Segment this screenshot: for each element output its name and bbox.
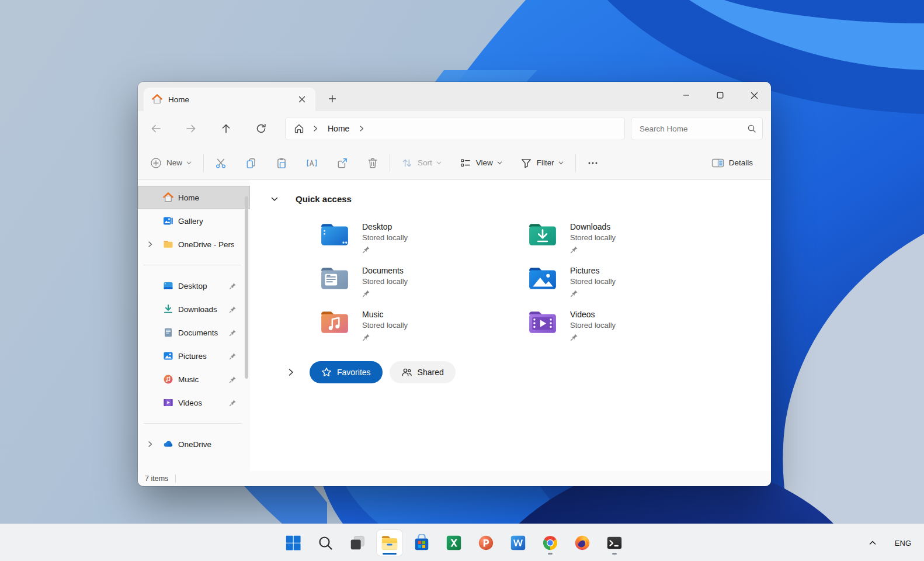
videos-folder-icon <box>528 309 557 335</box>
cut-icon <box>215 157 227 169</box>
tile-desktop[interactable]: Desktop Stored locally <box>320 221 528 265</box>
sidebar-item-onedrive[interactable]: OneDrive <box>138 432 250 456</box>
refresh-button[interactable] <box>250 118 272 139</box>
rename-button[interactable] <box>301 152 323 174</box>
pin-icon <box>229 352 237 360</box>
sidebar-item-music[interactable]: Music <box>138 368 250 391</box>
sort-button-label: Sort <box>418 158 432 167</box>
language-indicator[interactable]: ENG <box>895 539 911 548</box>
search-icon[interactable] <box>747 124 756 133</box>
search-button[interactable] <box>312 530 338 556</box>
sidebar-item-gallery[interactable]: Gallery <box>138 209 250 233</box>
explorer-tab-home[interactable]: Home <box>144 88 315 111</box>
titlebar[interactable]: Home <box>138 82 771 111</box>
filter-button-label: Filter <box>537 158 554 167</box>
sidebar-item-downloads[interactable]: Downloads <box>138 297 250 321</box>
ellipsis-icon <box>587 157 599 169</box>
copy-icon <box>245 157 257 169</box>
quick-access-header[interactable]: Quick access <box>270 194 771 204</box>
sidebar-item-videos[interactable]: Videos <box>138 391 250 414</box>
chevron-up-icon[interactable] <box>868 538 877 548</box>
delete-button[interactable] <box>362 152 384 174</box>
tile-documents[interactable]: Documents Stored locally <box>320 265 528 309</box>
sidebar-item-home[interactable]: Home <box>138 186 250 209</box>
tile-subtitle: Stored locally <box>362 233 408 243</box>
gallery-icon <box>163 216 173 226</box>
sort-button[interactable]: Sort <box>396 152 447 174</box>
maximize-button[interactable] <box>703 82 737 109</box>
sidebar-item-desktop[interactable]: Desktop <box>138 274 250 297</box>
share-button[interactable] <box>331 152 353 174</box>
home-icon <box>163 192 173 203</box>
forward-button[interactable] <box>180 118 202 139</box>
firefox-button[interactable] <box>569 530 595 556</box>
favorites-label: Favorites <box>337 368 371 377</box>
up-button[interactable] <box>215 118 237 139</box>
sidebar-scrollbar[interactable] <box>245 196 248 379</box>
pictures-folder-icon <box>528 265 557 291</box>
taskbar-right: ENG <box>868 524 924 561</box>
powerpoint-button[interactable] <box>473 530 499 556</box>
sidebar-item-label: Videos <box>178 399 202 407</box>
back-button[interactable] <box>145 118 167 139</box>
view-button-label: View <box>476 158 493 167</box>
chevron-down-icon <box>186 160 192 166</box>
minimize-button[interactable] <box>669 82 703 109</box>
chevron-down-icon[interactable] <box>270 195 279 204</box>
tile-pictures[interactable]: Pictures Stored locally <box>528 265 736 309</box>
start-button[interactable] <box>280 530 306 556</box>
shared-tab[interactable]: Shared <box>390 361 456 383</box>
toolbar-divider <box>575 154 576 172</box>
details-button[interactable]: Details <box>706 152 762 174</box>
close-window-button[interactable] <box>737 82 771 109</box>
pictures-icon <box>163 351 173 361</box>
powerpoint-icon <box>477 534 495 552</box>
arrow-right-icon <box>185 123 197 134</box>
excel-icon <box>445 534 463 552</box>
new-tab-button[interactable] <box>324 91 341 107</box>
tile-downloads[interactable]: Downloads Stored locally <box>528 221 736 265</box>
plus-circle-icon <box>150 157 162 169</box>
task-view-button[interactable] <box>345 530 370 556</box>
sidebar-item-documents[interactable]: Documents <box>138 321 250 344</box>
pin-icon <box>362 333 370 341</box>
search-box[interactable] <box>631 117 763 140</box>
breadcrumb-item-home[interactable]: Home <box>328 124 349 133</box>
sidebar-item-onedrive-personal[interactable]: OneDrive - Perso <box>138 233 250 256</box>
desktop-icon <box>163 280 173 291</box>
firefox-icon <box>574 534 591 552</box>
copy-button[interactable] <box>240 152 262 174</box>
tile-videos[interactable]: Videos Stored locally <box>528 309 736 353</box>
cut-button[interactable] <box>210 152 232 174</box>
view-button[interactable]: View <box>454 152 508 174</box>
file-explorer-button[interactable] <box>377 530 402 556</box>
shared-label: Shared <box>418 368 444 377</box>
people-icon <box>401 367 412 378</box>
close-icon <box>751 92 758 99</box>
more-options-button[interactable] <box>582 152 604 174</box>
search-input[interactable] <box>640 124 747 133</box>
filter-button[interactable]: Filter <box>515 152 569 174</box>
chevron-right-icon[interactable] <box>146 440 154 448</box>
terminal-button[interactable] <box>602 530 627 556</box>
paste-button[interactable] <box>270 152 293 174</box>
word-button[interactable] <box>505 530 531 556</box>
tab-close-button[interactable] <box>294 92 310 107</box>
favorites-tab[interactable]: Favorites <box>310 361 383 383</box>
excel-button[interactable] <box>441 530 467 556</box>
chevron-right-icon[interactable] <box>357 124 366 133</box>
chevron-right-icon[interactable] <box>146 240 154 248</box>
chevron-right-icon[interactable] <box>286 368 296 377</box>
tile-music[interactable]: Music Stored locally <box>320 309 528 353</box>
breadcrumb-bar[interactable]: Home <box>285 117 625 140</box>
new-button-label: New <box>166 158 182 167</box>
running-indicator <box>612 553 617 555</box>
home-crumb-icon[interactable] <box>294 123 304 134</box>
new-button[interactable]: New <box>145 152 197 174</box>
sidebar-item-pictures[interactable]: Pictures <box>138 344 250 368</box>
tile-subtitle: Stored locally <box>362 276 408 287</box>
sidebar-item-label: Documents <box>178 328 218 337</box>
chevron-down-icon <box>558 160 564 166</box>
microsoft-store-button[interactable] <box>409 530 435 556</box>
chrome-button[interactable] <box>537 530 563 556</box>
